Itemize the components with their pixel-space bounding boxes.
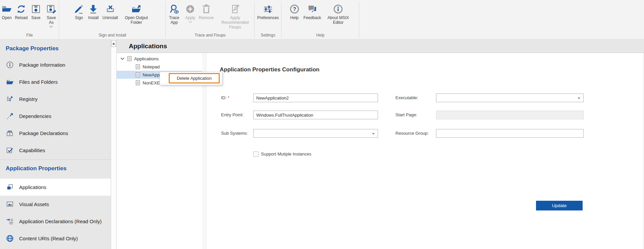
content-header: Applications — [117, 40, 644, 53]
application-properties-heading: Application Properties — [0, 160, 111, 179]
apply-recommended-fixups-button[interactable]: Apply Recommended Fixups — [215, 1, 255, 30]
start-page-input — [436, 111, 584, 119]
sidebar-item-package-declarations[interactable]: Package Declarations — [0, 125, 111, 142]
document-icon — [135, 64, 141, 69]
ribbon-group-label: File — [0, 33, 59, 39]
preferences-sliders-icon — [263, 4, 273, 14]
sidebar-item-label: Package Declarations — [19, 130, 68, 136]
sign-button[interactable]: Sign — [72, 1, 86, 21]
scroll-up-arrow-icon — [112, 43, 115, 45]
id-label: ID:* — [221, 94, 229, 102]
tree-context-menu: Delete Application — [160, 72, 222, 85]
document-icon — [135, 72, 141, 77]
scrollbar-up-button[interactable] — [111, 40, 116, 47]
button-label: Open — [2, 15, 11, 20]
apply-plus-icon — [185, 4, 195, 14]
content-area: Applications Applications — [117, 40, 644, 249]
sidebar-item-application-declarations[interactable]: Application Declarations (Read Only) — [0, 213, 111, 230]
chevron-down-icon — [120, 57, 125, 61]
sidebar-item-files-and-folders[interactable]: Files and Folders — [0, 73, 111, 90]
main-area: Package Properties Package Information F… — [0, 40, 644, 249]
reload-button[interactable]: Reload — [14, 1, 28, 21]
combo-arrow-icon — [578, 98, 580, 99]
button-label: Preferences — [257, 15, 279, 20]
button-label: Save — [31, 15, 40, 20]
executable-label: Executable: — [395, 94, 418, 102]
resource-group-input[interactable] — [436, 129, 584, 138]
help-question-icon: ? — [289, 4, 300, 14]
button-label: Help — [290, 15, 299, 20]
svg-text:?: ? — [293, 6, 296, 12]
sidebar-item-label: Dependencies — [19, 113, 51, 119]
fixups-document-icon — [230, 4, 240, 14]
apply-button[interactable]: Apply — [183, 1, 197, 24]
sidebar-item-package-information[interactable]: Package Information — [0, 56, 111, 73]
image-icon — [6, 200, 14, 208]
required-asterisk: * — [228, 95, 229, 100]
delete-application-menu-item[interactable]: Delete Application — [169, 73, 220, 83]
info-circle-icon — [6, 61, 14, 69]
executable-combobox[interactable] — [436, 94, 584, 102]
open-output-folder-icon — [131, 4, 142, 14]
button-label: Trace App — [167, 15, 181, 25]
sidebar-item-label: Files and Folders — [19, 79, 58, 85]
sidebar-item-label: Application Declarations (Read Only) — [19, 219, 102, 224]
update-button[interactable]: Update — [536, 201, 583, 210]
ribbon-group-label: Sign and Install — [59, 33, 166, 39]
sidebar-item-label: Applications — [19, 184, 46, 190]
checkbox-check-icon — [6, 146, 14, 154]
ribbon-group-trace-and-fixups: Trace App Apply Remove — [166, 0, 255, 39]
button-label: About MSIX Editor — [325, 15, 352, 25]
chevron-down-icon — [189, 21, 192, 23]
feedback-button[interactable]: Feedback — [302, 1, 323, 21]
tree-root-applications[interactable]: Applications — [117, 55, 202, 63]
app-window-icon — [6, 183, 14, 191]
entry-point-input[interactable] — [253, 111, 378, 119]
sidebar-item-visual-assets[interactable]: Visual Assets — [0, 196, 111, 213]
ribbon-group-file: Open Reload Save — [0, 0, 59, 39]
application-properties-form: Application Properties Configuration ID:… — [206, 53, 644, 249]
ribbon-group-label: Help — [281, 33, 359, 39]
button-label: Reload — [15, 15, 28, 20]
tree-item-notepad[interactable]: Notepad — [117, 63, 202, 71]
sub-systems-combobox[interactable] — [253, 129, 378, 138]
help-button[interactable]: ? Help — [288, 1, 301, 21]
remove-button[interactable]: Remove — [198, 1, 214, 21]
sidebar-item-label: Content URIs (Read Only) — [19, 236, 78, 241]
folder-icon — [6, 78, 14, 86]
install-button[interactable]: Install — [87, 1, 100, 21]
document-icon — [135, 80, 141, 85]
sidebar-item-content-uris[interactable]: Content URIs (Read Only) — [0, 230, 111, 247]
button-label: Apply Recommended Fixups — [217, 15, 253, 29]
gift-box-icon — [6, 129, 14, 137]
button-label: Sign — [75, 15, 83, 20]
chevron-down-icon — [49, 25, 53, 28]
trace-app-button[interactable]: Trace App — [166, 1, 182, 25]
id-input[interactable] — [253, 94, 378, 102]
save-button[interactable]: Save — [29, 1, 43, 21]
sidebar-item-registry[interactable]: Registry — [0, 90, 111, 108]
button-label: Feedback — [304, 15, 321, 20]
button-label: Uninstall — [102, 15, 118, 20]
button-label: Apply — [185, 15, 195, 20]
package-properties-heading: Package Properties — [0, 40, 111, 56]
sidebar-item-applications[interactable]: Applications — [0, 179, 111, 196]
navigation-sidebar: Package Properties Package Information F… — [0, 40, 111, 249]
open-button[interactable]: Open — [0, 1, 13, 21]
sidebar-scrollbar[interactable] — [111, 40, 117, 249]
preferences-button[interactable]: Preferences — [256, 1, 280, 21]
support-multiple-instances-checkbox[interactable] — [253, 151, 259, 157]
open-output-folder-button[interactable]: Open Output Folder — [120, 1, 153, 25]
reload-icon — [16, 4, 26, 14]
sidebar-item-capabilities[interactable]: Capabilities — [0, 142, 111, 159]
sidebar-item-label: Capabilities — [19, 147, 45, 153]
about-msix-editor-button[interactable]: About MSIX Editor — [323, 1, 353, 25]
sidebar-item-dependencies[interactable]: Dependencies — [0, 108, 111, 125]
save-as-button[interactable]: Save As — [44, 1, 59, 28]
form-title: Application Properties Configuration — [220, 66, 320, 73]
uninstall-button[interactable]: Uninstall — [101, 1, 119, 21]
ribbon-toolbar: Open Reload Save — [0, 0, 644, 40]
tree-item-label: NonEXE — [143, 80, 160, 85]
start-page-label: Start Page: — [395, 111, 417, 119]
button-label: Save As — [45, 15, 58, 25]
